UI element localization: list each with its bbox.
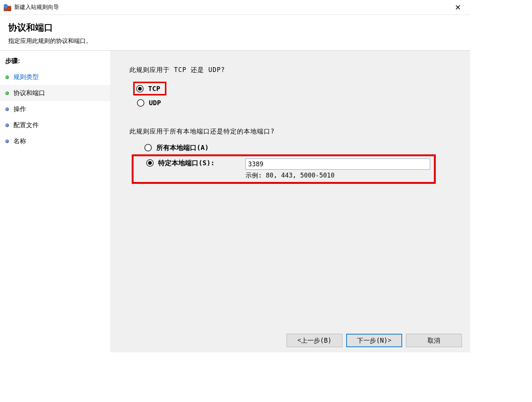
specific-ports-label: 特定本地端口(S): [158, 158, 215, 167]
protocol-radio-group: TCP UDP [129, 82, 451, 109]
sidebar-item-protocol-port[interactable]: 协议和端口 [0, 85, 110, 101]
port-input-area: 示例: 80, 443, 5000-5010 [245, 158, 430, 180]
body-area: 步骤: 规则类型 协议和端口 操作 配置文件 名称 [0, 51, 470, 352]
wizard-window: 新建入站规则向导 ✕ 协议和端口 指定应用此规则的协议和端口。 步骤: 规则类型… [0, 0, 470, 352]
tcp-radio-row[interactable]: TCP [133, 82, 166, 95]
port-question: 此规则应用于所有本地端口还是特定的本地端口? [129, 127, 451, 136]
tcp-label: TCP [148, 85, 160, 92]
firewall-icon [4, 4, 11, 11]
sidebar-item-name[interactable]: 名称 [0, 133, 110, 149]
sidebar-item-label: 规则类型 [13, 73, 39, 81]
svg-point-8 [4, 4, 8, 9]
udp-label: UDP [149, 99, 161, 107]
port-example: 示例: 80, 443, 5000-5010 [245, 171, 430, 180]
chevron-right-icon: > [388, 337, 391, 344]
bullet-icon [5, 75, 9, 79]
tcp-radio[interactable] [136, 85, 144, 92]
main-content: 此规则应用于 TCP 还是 UDP? TCP UDP 此规则应用于所有本地端口还… [111, 51, 470, 352]
svg-rect-3 [9, 6, 11, 7]
sidebar-item-label: 名称 [13, 137, 26, 145]
all-ports-row[interactable]: 所有本地端口(A) [144, 143, 451, 154]
next-button[interactable]: 下一步(N) > [346, 334, 402, 347]
sidebar-header: 步骤: [0, 54, 110, 69]
back-button[interactable]: < 上一步(B) [287, 334, 342, 347]
port-section: 此规则应用于所有本地端口还是特定的本地端口? 所有本地端口(A) 特定本地端口(… [129, 127, 451, 184]
port-radio-group: 所有本地端口(A) 特定本地端口(S): 示例: 80, 443, 5000-5… [129, 143, 451, 184]
svg-rect-6 [4, 10, 6, 11]
sidebar-item-profile[interactable]: 配置文件 [0, 117, 110, 133]
specific-ports-radio[interactable] [146, 159, 154, 167]
sidebar-item-label: 协议和端口 [13, 89, 45, 97]
close-icon: ✕ [455, 3, 461, 12]
bullet-icon [5, 91, 9, 95]
titlebar: 新建入站规则向导 ✕ [0, 0, 470, 15]
all-ports-label: 所有本地端口(A) [156, 143, 209, 152]
footer: < 上一步(B) 下一步(N) > 取消 [111, 329, 470, 352]
port-input[interactable] [245, 158, 430, 170]
udp-radio-row[interactable]: UDP [137, 97, 451, 109]
back-label: 上一步(B) [301, 336, 332, 345]
bullet-icon [5, 107, 9, 111]
sidebar-item-action[interactable]: 操作 [0, 101, 110, 117]
all-ports-radio[interactable] [144, 144, 152, 151]
bullet-icon [5, 123, 9, 127]
udp-radio[interactable] [137, 99, 144, 107]
bullet-icon [5, 139, 9, 143]
next-label: 下一步(N) [357, 336, 388, 345]
close-button[interactable]: ✕ [450, 2, 466, 13]
chevron-left-icon: < [297, 337, 301, 344]
protocol-question: 此规则应用于 TCP 还是 UDP? [129, 66, 451, 74]
svg-rect-5 [7, 8, 10, 9]
sidebar: 步骤: 规则类型 协议和端口 操作 配置文件 名称 [0, 51, 111, 352]
specific-ports-row: 特定本地端口(S): 示例: 80, 443, 5000-5010 [137, 158, 430, 180]
specific-ports-radio-area[interactable]: 特定本地端口(S): [146, 158, 245, 167]
sidebar-item-rule-type[interactable]: 规则类型 [0, 69, 110, 85]
page-subtitle: 指定应用此规则的协议和端口。 [8, 37, 462, 45]
svg-rect-7 [6, 10, 9, 11]
sidebar-item-label: 配置文件 [13, 121, 39, 129]
cancel-label: 取消 [428, 336, 440, 345]
page-title: 协议和端口 [8, 22, 462, 34]
header-area: 协议和端口 指定应用此规则的协议和端口。 [0, 15, 470, 51]
window-title: 新建入站规则向导 [14, 4, 450, 11]
specific-port-highlight: 特定本地端口(S): 示例: 80, 443, 5000-5010 [132, 154, 436, 184]
cancel-button[interactable]: 取消 [406, 334, 462, 347]
sidebar-item-label: 操作 [13, 105, 26, 113]
